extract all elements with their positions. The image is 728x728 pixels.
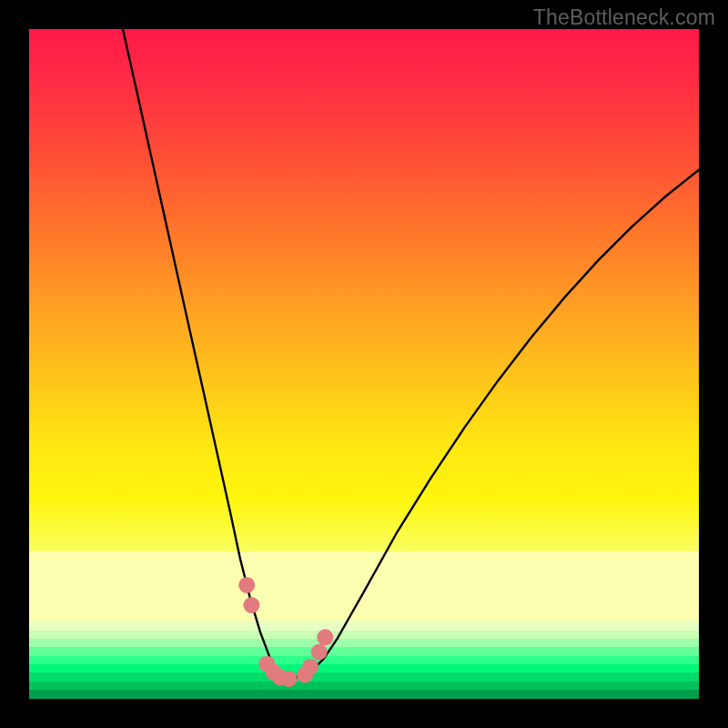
chart-frame: TheBottleneck.com [0,0,728,728]
curve-svg [29,29,699,699]
marker-dot [243,597,259,613]
marker-dot [238,577,255,593]
bottleneck-curve [123,29,699,679]
marker-dot [281,671,298,687]
watermark-label: TheBottleneck.com [533,5,715,30]
marker-dot [311,644,328,661]
marker-dots [238,577,333,687]
curve-layer [123,29,699,679]
marker-dot [317,629,333,645]
marker-dot [302,659,318,675]
plot-area [29,29,699,699]
